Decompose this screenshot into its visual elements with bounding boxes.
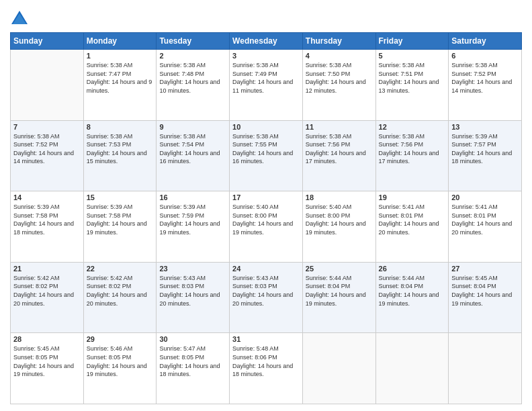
day-header-thursday: Thursday bbox=[302, 33, 375, 50]
cell-details: Sunrise: 5:40 AMSunset: 8:00 PMDaylight:… bbox=[232, 203, 300, 236]
cell-details: Sunrise: 5:38 AMSunset: 7:56 PMDaylight:… bbox=[306, 132, 373, 166]
cell-details: Sunrise: 5:39 AMSunset: 7:58 PMDaylight:… bbox=[13, 203, 81, 236]
calendar-cell: 31Sunrise: 5:48 AMSunset: 8:06 PMDayligh… bbox=[230, 333, 303, 404]
day-number: 26 bbox=[379, 265, 446, 273]
day-number: 25 bbox=[306, 265, 373, 273]
calendar-cell: 19Sunrise: 5:41 AMSunset: 8:01 PMDayligh… bbox=[375, 191, 449, 263]
day-number: 6 bbox=[451, 52, 519, 60]
cell-details: Sunrise: 5:44 AMSunset: 8:04 PMDaylight:… bbox=[379, 274, 446, 308]
cell-details: Sunrise: 5:39 AMSunset: 7:59 PMDaylight:… bbox=[159, 203, 226, 236]
calendar-header-row: SundayMondayTuesdayWednesdayThursdayFrid… bbox=[11, 33, 522, 50]
calendar-cell: 26Sunrise: 5:44 AMSunset: 8:04 PMDayligh… bbox=[375, 262, 449, 333]
cell-details: Sunrise: 5:46 AMSunset: 8:05 PMDaylight:… bbox=[87, 345, 154, 378]
day-number: 4 bbox=[306, 52, 373, 60]
calendar-cell: 5Sunrise: 5:38 AMSunset: 7:51 PMDaylight… bbox=[375, 50, 449, 121]
calendar-cell: 23Sunrise: 5:43 AMSunset: 8:03 PMDayligh… bbox=[157, 262, 230, 333]
day-number: 31 bbox=[232, 335, 300, 343]
day-number: 23 bbox=[159, 265, 226, 273]
cell-details: Sunrise: 5:38 AMSunset: 7:48 PMDaylight:… bbox=[159, 61, 226, 95]
calendar-cell: 15Sunrise: 5:39 AMSunset: 7:58 PMDayligh… bbox=[83, 191, 157, 263]
calendar-cell: 7Sunrise: 5:38 AMSunset: 7:52 PMDaylight… bbox=[11, 120, 84, 191]
cell-details: Sunrise: 5:38 AMSunset: 7:49 PMDaylight:… bbox=[232, 61, 300, 95]
calendar-cell bbox=[449, 333, 522, 404]
cell-details: Sunrise: 5:38 AMSunset: 7:52 PMDaylight:… bbox=[451, 61, 519, 95]
cell-details: Sunrise: 5:41 AMSunset: 8:01 PMDaylight:… bbox=[451, 203, 519, 236]
cell-details: Sunrise: 5:40 AMSunset: 8:00 PMDaylight:… bbox=[306, 203, 373, 236]
day-number: 28 bbox=[13, 335, 81, 343]
day-number: 16 bbox=[159, 193, 226, 201]
calendar-cell: 25Sunrise: 5:44 AMSunset: 8:04 PMDayligh… bbox=[302, 262, 375, 333]
cell-details: Sunrise: 5:38 AMSunset: 7:51 PMDaylight:… bbox=[379, 61, 446, 95]
day-number: 19 bbox=[379, 193, 446, 201]
calendar-cell: 2Sunrise: 5:38 AMSunset: 7:48 PMDaylight… bbox=[157, 50, 230, 121]
calendar-cell: 24Sunrise: 5:43 AMSunset: 8:03 PMDayligh… bbox=[230, 262, 303, 333]
cell-details: Sunrise: 5:48 AMSunset: 8:06 PMDaylight:… bbox=[232, 345, 300, 378]
calendar-cell: 9Sunrise: 5:38 AMSunset: 7:54 PMDaylight… bbox=[157, 120, 230, 191]
cell-details: Sunrise: 5:41 AMSunset: 8:01 PMDaylight:… bbox=[379, 203, 446, 236]
calendar-cell: 21Sunrise: 5:42 AMSunset: 8:02 PMDayligh… bbox=[11, 262, 84, 333]
calendar-week-row: 14Sunrise: 5:39 AMSunset: 7:58 PMDayligh… bbox=[11, 191, 522, 263]
cell-details: Sunrise: 5:38 AMSunset: 7:53 PMDaylight:… bbox=[87, 132, 154, 166]
cell-details: Sunrise: 5:38 AMSunset: 7:52 PMDaylight:… bbox=[13, 132, 81, 166]
day-number: 17 bbox=[232, 193, 300, 201]
day-number: 20 bbox=[451, 193, 519, 201]
cell-details: Sunrise: 5:43 AMSunset: 8:03 PMDaylight:… bbox=[159, 274, 226, 308]
day-header-friday: Friday bbox=[375, 33, 449, 50]
calendar-cell: 10Sunrise: 5:38 AMSunset: 7:55 PMDayligh… bbox=[230, 120, 303, 191]
calendar-cell bbox=[375, 333, 449, 404]
cell-details: Sunrise: 5:45 AMSunset: 8:04 PMDaylight:… bbox=[451, 274, 519, 308]
calendar-cell: 3Sunrise: 5:38 AMSunset: 7:49 PMDaylight… bbox=[230, 50, 303, 121]
calendar-cell: 1Sunrise: 5:38 AMSunset: 7:47 PMDaylight… bbox=[83, 50, 157, 121]
day-number: 9 bbox=[159, 123, 226, 131]
day-header-monday: Monday bbox=[83, 33, 157, 50]
calendar-table: SundayMondayTuesdayWednesdayThursdayFrid… bbox=[10, 32, 522, 404]
day-number: 30 bbox=[159, 335, 226, 343]
day-header-wednesday: Wednesday bbox=[230, 33, 303, 50]
cell-details: Sunrise: 5:38 AMSunset: 7:56 PMDaylight:… bbox=[379, 132, 446, 166]
day-number: 27 bbox=[451, 265, 519, 273]
day-number: 2 bbox=[159, 52, 226, 60]
day-header-sunday: Sunday bbox=[11, 33, 84, 50]
calendar-cell: 22Sunrise: 5:42 AMSunset: 8:02 PMDayligh… bbox=[83, 262, 157, 333]
day-number: 15 bbox=[87, 193, 154, 201]
day-header-tuesday: Tuesday bbox=[157, 33, 230, 50]
header bbox=[10, 7, 522, 28]
calendar-cell: 30Sunrise: 5:47 AMSunset: 8:05 PMDayligh… bbox=[157, 333, 230, 404]
calendar-cell: 29Sunrise: 5:46 AMSunset: 8:05 PMDayligh… bbox=[83, 333, 157, 404]
cell-details: Sunrise: 5:42 AMSunset: 8:02 PMDaylight:… bbox=[87, 274, 154, 308]
day-number: 13 bbox=[451, 123, 519, 131]
calendar-cell bbox=[11, 50, 84, 121]
calendar-cell: 13Sunrise: 5:39 AMSunset: 7:57 PMDayligh… bbox=[449, 120, 522, 191]
calendar-cell: 6Sunrise: 5:38 AMSunset: 7:52 PMDaylight… bbox=[449, 50, 522, 121]
calendar-week-row: 1Sunrise: 5:38 AMSunset: 7:47 PMDaylight… bbox=[11, 50, 522, 121]
day-number: 22 bbox=[87, 265, 154, 273]
cell-details: Sunrise: 5:38 AMSunset: 7:47 PMDaylight:… bbox=[87, 61, 154, 95]
cell-details: Sunrise: 5:38 AMSunset: 7:50 PMDaylight:… bbox=[306, 61, 373, 95]
calendar-week-row: 28Sunrise: 5:45 AMSunset: 8:05 PMDayligh… bbox=[11, 333, 522, 404]
day-number: 12 bbox=[379, 123, 446, 131]
cell-details: Sunrise: 5:47 AMSunset: 8:05 PMDaylight:… bbox=[159, 345, 226, 378]
cell-details: Sunrise: 5:39 AMSunset: 7:58 PMDaylight:… bbox=[87, 203, 154, 236]
day-number: 24 bbox=[232, 265, 300, 273]
day-number: 3 bbox=[232, 52, 300, 60]
calendar-cell: 8Sunrise: 5:38 AMSunset: 7:53 PMDaylight… bbox=[83, 120, 157, 191]
cell-details: Sunrise: 5:44 AMSunset: 8:04 PMDaylight:… bbox=[306, 274, 373, 308]
calendar-cell: 11Sunrise: 5:38 AMSunset: 7:56 PMDayligh… bbox=[302, 120, 375, 191]
calendar-cell: 18Sunrise: 5:40 AMSunset: 8:00 PMDayligh… bbox=[302, 191, 375, 263]
day-number: 21 bbox=[13, 265, 81, 273]
page: SundayMondayTuesdayWednesdayThursdayFrid… bbox=[0, 0, 532, 411]
day-header-saturday: Saturday bbox=[449, 33, 522, 50]
cell-details: Sunrise: 5:43 AMSunset: 8:03 PMDaylight:… bbox=[232, 274, 300, 308]
calendar-cell: 12Sunrise: 5:38 AMSunset: 7:56 PMDayligh… bbox=[375, 120, 449, 191]
cell-details: Sunrise: 5:42 AMSunset: 8:02 PMDaylight:… bbox=[13, 274, 81, 308]
day-number: 11 bbox=[306, 123, 373, 131]
cell-details: Sunrise: 5:45 AMSunset: 8:05 PMDaylight:… bbox=[13, 345, 81, 378]
calendar-week-row: 7Sunrise: 5:38 AMSunset: 7:52 PMDaylight… bbox=[11, 120, 522, 191]
logo bbox=[10, 9, 32, 28]
cell-details: Sunrise: 5:39 AMSunset: 7:57 PMDaylight:… bbox=[451, 132, 519, 166]
calendar-cell: 17Sunrise: 5:40 AMSunset: 8:00 PMDayligh… bbox=[230, 191, 303, 263]
calendar-cell: 27Sunrise: 5:45 AMSunset: 8:04 PMDayligh… bbox=[449, 262, 522, 333]
day-number: 29 bbox=[87, 335, 154, 343]
day-number: 8 bbox=[87, 123, 154, 131]
calendar-cell: 20Sunrise: 5:41 AMSunset: 8:01 PMDayligh… bbox=[449, 191, 522, 263]
